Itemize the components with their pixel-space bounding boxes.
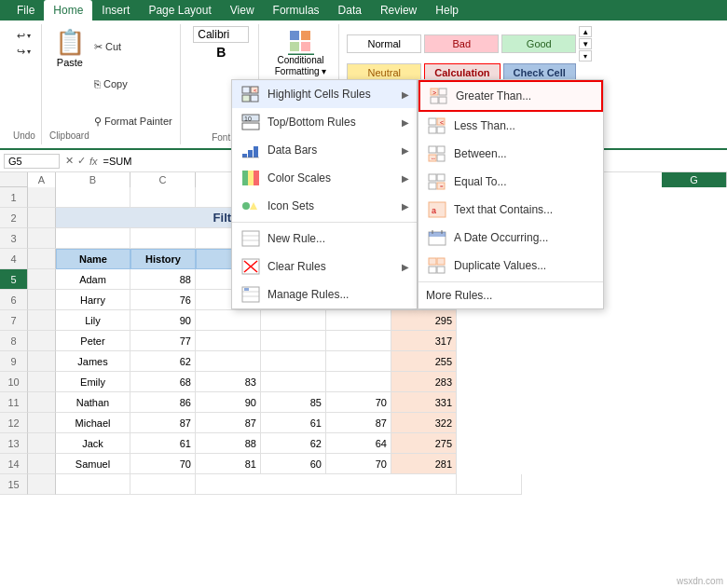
menu-item-iconsets[interactable]: Icon Sets ▶: [232, 192, 417, 220]
cell-f8[interactable]: [326, 331, 391, 351]
cell-b3[interactable]: [56, 228, 130, 249]
cell-e14[interactable]: 60: [261, 454, 326, 474]
formula-insert-icon[interactable]: fx: [88, 156, 100, 167]
cell-a3[interactable]: [28, 228, 56, 249]
col-header-b[interactable]: B: [56, 172, 130, 187]
cell-a4[interactable]: [28, 249, 56, 269]
cell-b5[interactable]: Adam: [56, 269, 130, 290]
cell-a10[interactable]: [28, 372, 56, 392]
cut-button[interactable]: ✂ Cut: [92, 40, 174, 54]
cell-g9[interactable]: 255: [391, 351, 457, 372]
cell-d7[interactable]: [196, 310, 261, 331]
tab-home[interactable]: Home: [44, 0, 92, 21]
cell-c8[interactable]: 77: [130, 331, 196, 351]
tab-view[interactable]: View: [221, 0, 264, 21]
tab-help[interactable]: Help: [426, 0, 468, 21]
cell-g12[interactable]: 322: [391, 413, 457, 433]
menu-item-textcontains[interactable]: a Text that Contains...: [418, 196, 603, 224]
font-name-display[interactable]: Calibri: [193, 26, 249, 43]
formula-cancel-icon[interactable]: ✕: [63, 155, 75, 167]
cell-g8[interactable]: 317: [391, 331, 457, 351]
cell-d8[interactable]: [196, 331, 261, 351]
cell-a12[interactable]: [28, 413, 56, 433]
redo-button[interactable]: ↪ ▾: [13, 44, 35, 60]
cell-c15[interactable]: [130, 474, 196, 495]
cell-b14[interactable]: Samuel: [56, 454, 130, 474]
cell-a13[interactable]: [28, 433, 56, 454]
cell-d11[interactable]: 90: [196, 392, 261, 413]
col-header-g[interactable]: G: [662, 172, 727, 187]
cell-c1[interactable]: [130, 187, 196, 208]
cell-f7[interactable]: [326, 310, 391, 331]
cell-f13[interactable]: 64: [326, 433, 391, 454]
cell-f11[interactable]: 70: [326, 392, 391, 413]
tab-review[interactable]: Review: [371, 0, 426, 21]
cell-c13[interactable]: 61: [130, 433, 196, 454]
menu-item-clearrules[interactable]: Clear Rules ▶: [232, 253, 417, 280]
menu-item-dateoccurring[interactable]: A Date Occurring...: [418, 224, 603, 252]
cell-b8[interactable]: Peter: [56, 331, 130, 351]
style-scroll-up[interactable]: ▲: [579, 26, 592, 37]
bold-button[interactable]: B: [216, 45, 226, 60]
menu-item-lessthan[interactable]: < Less Than...: [418, 112, 603, 140]
cell-g15[interactable]: [457, 474, 522, 495]
cell-d10[interactable]: 83: [196, 372, 261, 392]
format-painter-button[interactable]: ⚲ Format Painter: [92, 115, 174, 129]
cell-f9[interactable]: [326, 351, 391, 372]
menu-item-equalto[interactable]: = Equal To...: [418, 168, 603, 196]
formula-confirm-icon[interactable]: ✓: [75, 155, 88, 167]
cell-b6[interactable]: Harry: [56, 290, 130, 310]
cell-g11[interactable]: 331: [391, 392, 457, 413]
tab-formulas[interactable]: Formulas: [264, 0, 329, 21]
style-bad[interactable]: Bad: [424, 34, 499, 53]
cell-c7[interactable]: 90: [130, 310, 196, 331]
style-scroll-down[interactable]: ▼: [579, 38, 592, 49]
cell-c6[interactable]: 76: [130, 290, 196, 310]
menu-item-between[interactable]: ↔ Between...: [418, 140, 603, 168]
cell-b15[interactable]: [56, 474, 130, 495]
cell-c10[interactable]: 68: [130, 372, 196, 392]
cell-e9[interactable]: [261, 351, 326, 372]
cell-c3[interactable]: [130, 228, 196, 249]
copy-button[interactable]: ⎘ Copy: [92, 77, 174, 90]
col-header-a[interactable]: A: [28, 172, 56, 187]
tab-page-layout[interactable]: Page Layout: [139, 0, 220, 21]
cell-a5[interactable]: [28, 269, 56, 290]
cell-g14[interactable]: 281: [391, 454, 457, 474]
cell-e10[interactable]: [261, 372, 326, 392]
cell-b4-name[interactable]: Name: [56, 249, 130, 269]
menu-item-managerules[interactable]: Manage Rules...: [232, 280, 417, 308]
cell-c5[interactable]: 88: [130, 269, 196, 290]
cell-c14[interactable]: 70: [130, 454, 196, 474]
cell-f12[interactable]: 87: [326, 413, 391, 433]
cell-f10[interactable]: [326, 372, 391, 392]
cell-a8[interactable]: [28, 331, 56, 351]
cell-d12[interactable]: 87: [196, 413, 261, 433]
col-header-c[interactable]: C: [130, 172, 196, 187]
cell-b1[interactable]: [56, 187, 130, 208]
cell-a15[interactable]: [28, 474, 56, 495]
cell-a9[interactable]: [28, 351, 56, 372]
menu-item-newrule[interactable]: New Rule...: [232, 225, 417, 253]
cell-a7[interactable]: [28, 310, 56, 331]
conditional-formatting-button[interactable]: ConditionalFormatting ▾: [268, 26, 334, 80]
cell-e11[interactable]: 85: [261, 392, 326, 413]
cell-f14[interactable]: 70: [326, 454, 391, 474]
cell-a6[interactable]: [28, 290, 56, 310]
cell-b9[interactable]: James: [56, 351, 130, 372]
menu-item-greater[interactable]: > Greater Than...: [418, 80, 603, 112]
undo-button[interactable]: ↩ ▾: [13, 28, 35, 44]
cell-a1[interactable]: [28, 187, 56, 208]
cell-e12[interactable]: 61: [261, 413, 326, 433]
cell-c12[interactable]: 87: [130, 413, 196, 433]
style-good[interactable]: Good: [501, 34, 576, 53]
tab-file[interactable]: File: [7, 0, 44, 21]
cell-d9[interactable]: [196, 351, 261, 372]
cell-e7[interactable]: [261, 310, 326, 331]
cell-b12[interactable]: Michael: [56, 413, 130, 433]
cell-g13[interactable]: 275: [391, 433, 457, 454]
cell-b7[interactable]: Lily: [56, 310, 130, 331]
tab-data[interactable]: Data: [329, 0, 371, 21]
cell-c4-history[interactable]: History: [130, 249, 196, 269]
style-normal[interactable]: Normal: [347, 34, 421, 53]
